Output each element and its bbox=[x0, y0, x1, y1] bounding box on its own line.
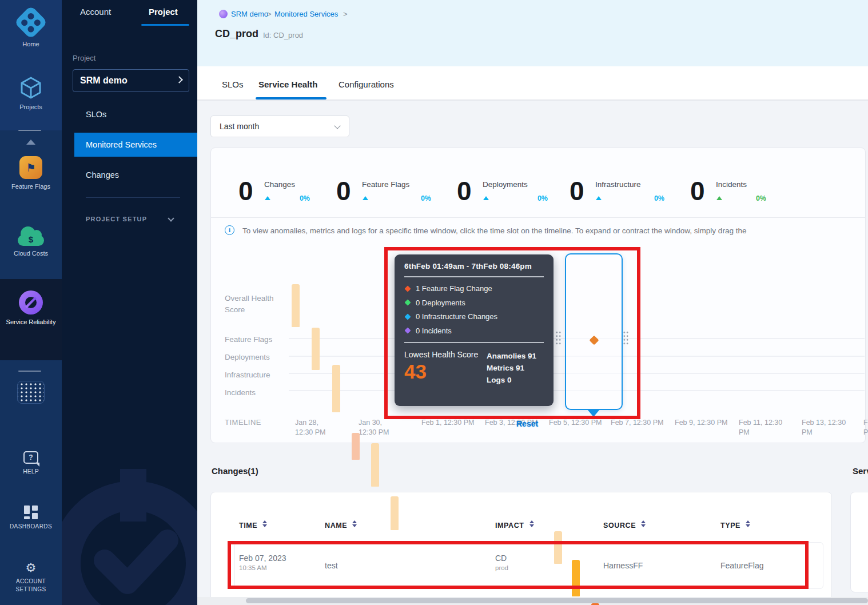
projects-icon bbox=[19, 75, 43, 99]
horizontal-scrollbar[interactable] bbox=[246, 598, 868, 603]
sidebar-item-feature-flags[interactable]: ⚑ Feature Flags bbox=[0, 156, 62, 190]
tab-project[interactable]: Project bbox=[149, 7, 178, 17]
sidebar-item-service-reliability[interactable]: Service Reliability bbox=[0, 290, 62, 326]
stat-label: Incidents bbox=[716, 180, 747, 189]
stat-value: 0 bbox=[457, 177, 472, 205]
health-score-bar[interactable] bbox=[391, 496, 399, 530]
project-selector[interactable]: SRM demo bbox=[73, 69, 189, 92]
watermark-logo bbox=[62, 469, 197, 605]
sort-icon bbox=[262, 520, 267, 527]
timeline-label: TIMELINE bbox=[225, 418, 261, 427]
sidebar-item-projects[interactable]: Projects bbox=[0, 75, 62, 111]
row-label-incidents: Incidents bbox=[225, 387, 256, 399]
info-icon: i bbox=[225, 225, 234, 235]
sort-icon bbox=[529, 520, 534, 527]
timeline-tick: Feb 13, 12:30 PM bbox=[802, 418, 847, 437]
health-score-bar[interactable] bbox=[312, 328, 320, 370]
annotation-box-tooltip bbox=[384, 247, 640, 419]
cloud-costs-icon: $ bbox=[18, 226, 44, 246]
stat-value: 0 bbox=[336, 177, 351, 205]
scroll-up-icon[interactable] bbox=[26, 140, 35, 145]
tab-slos[interactable]: SLOs bbox=[222, 79, 244, 89]
sort-icon bbox=[352, 520, 357, 527]
breadcrumb-monitored-services[interactable]: Monitored Services bbox=[274, 10, 338, 18]
health-score-bar[interactable] bbox=[371, 443, 379, 487]
column-header-impact[interactable]: IMPACT bbox=[495, 520, 534, 530]
timeline-tick: Feb 5, 12:30 PM bbox=[549, 418, 615, 428]
trend-up-icon bbox=[596, 196, 602, 200]
nav-item-changes[interactable]: Changes bbox=[86, 170, 119, 180]
annotation-box-table-row bbox=[228, 541, 809, 589]
row-label-feature-flags: Feature Flags bbox=[225, 334, 272, 345]
sort-icon bbox=[641, 520, 646, 527]
health-score-bar[interactable] bbox=[352, 433, 360, 460]
column-header-source[interactable]: SOURCE bbox=[603, 520, 646, 530]
trend-up-icon bbox=[716, 196, 722, 200]
stat-feature-flags: 0 Feature Flags 0% bbox=[336, 177, 431, 206]
home-icon bbox=[14, 5, 47, 39]
divider bbox=[211, 217, 865, 218]
column-header-time[interactable]: TIME bbox=[239, 520, 267, 530]
stat-incidents: 0 Incidents 0% bbox=[690, 177, 766, 206]
tab-configurations[interactable]: Configurations bbox=[339, 79, 394, 89]
health-score-bar[interactable] bbox=[292, 284, 300, 327]
timeline-tick: Jan 30, 12:30 PM bbox=[359, 418, 399, 437]
health-score-bar[interactable] bbox=[332, 365, 340, 412]
sidebar-item-home[interactable]: Home bbox=[0, 10, 62, 48]
stat-percent: 0% bbox=[756, 194, 766, 202]
tab-service-health[interactable]: Service Health bbox=[258, 79, 317, 89]
sidebar-item-help[interactable]: ? HELP bbox=[0, 451, 62, 475]
service-reliability-icon bbox=[19, 290, 43, 315]
stat-changes: 0 Changes 0% bbox=[238, 177, 310, 206]
breadcrumb-project[interactable]: SRM demo bbox=[231, 10, 268, 18]
nav-item-slos[interactable]: SLOs bbox=[86, 110, 106, 119]
project-setup-toggle[interactable]: PROJECT SETUP bbox=[86, 216, 147, 222]
stat-percent: 0% bbox=[654, 194, 664, 202]
sidebar-item-label: Home bbox=[0, 40, 62, 48]
breadcrumb-separator: > bbox=[343, 10, 348, 18]
timeline-tick: Feb 7, 12:30 PM bbox=[611, 418, 676, 428]
sidebar-item-cloud-costs[interactable]: $ Cloud Costs bbox=[0, 226, 62, 257]
stat-label: Changes bbox=[264, 180, 295, 189]
trend-up-icon bbox=[363, 196, 368, 200]
sidebar-item-account-settings[interactable]: ⚙ ACCOUNT SETTINGS bbox=[0, 562, 62, 594]
nav-item-monitored-services[interactable]: Monitored Services bbox=[74, 133, 197, 157]
reset-button[interactable]: Reset bbox=[516, 419, 538, 428]
timeline-tick: Feb 9, 12:30 PM bbox=[675, 418, 740, 428]
page-title: CD_prod bbox=[215, 28, 258, 40]
chevron-right-icon bbox=[176, 76, 183, 83]
time-range-select[interactable]: Last month bbox=[210, 116, 349, 137]
sidebar-item-label: ACCOUNT SETTINGS bbox=[0, 578, 62, 594]
project-setup-label: PROJECT SETUP bbox=[86, 216, 147, 222]
stat-label: Deployments bbox=[483, 180, 528, 189]
active-tab-underline bbox=[141, 24, 189, 26]
stat-infrastructure: 0 Infrastructure 0% bbox=[570, 177, 664, 206]
column-header-type[interactable]: TYPE bbox=[720, 520, 750, 530]
project-avatar-icon bbox=[219, 10, 228, 18]
sidebar-item-label: Cloud Costs bbox=[0, 249, 62, 257]
service-side-card bbox=[850, 492, 868, 592]
dashboards-icon bbox=[24, 506, 38, 519]
time-range-value: Last month bbox=[220, 122, 259, 131]
timeline-tick: Feb 1, 12:30 PM bbox=[421, 418, 487, 428]
project-name: SRM demo bbox=[80, 75, 128, 85]
feature-flags-icon: ⚑ bbox=[19, 156, 42, 179]
project-nav-panel: Account Project Project SRM demo SLOs Mo… bbox=[62, 0, 197, 605]
page-id-label: Id: CD_prod bbox=[263, 31, 303, 39]
stat-deployments: 0 Deployments 0% bbox=[457, 177, 548, 206]
service-panel-title: Serv bbox=[853, 466, 868, 476]
column-header-name[interactable]: NAME bbox=[325, 520, 357, 530]
trend-up-icon bbox=[265, 196, 270, 200]
sidebar-item-label: HELP bbox=[0, 467, 62, 475]
sort-icon bbox=[746, 520, 750, 527]
module-switcher-button[interactable] bbox=[0, 381, 62, 404]
sidebar-item-dashboards[interactable]: DASHBOARDS bbox=[0, 506, 62, 531]
grid-icon bbox=[17, 381, 45, 404]
app-window: Home Projects ⚑ Feature Flags $ Cloud Co… bbox=[0, 0, 868, 605]
sidebar-item-label: Feature Flags bbox=[0, 182, 62, 190]
stat-percent: 0% bbox=[421, 194, 431, 202]
row-label-infrastructure: Infrastructure bbox=[225, 369, 270, 381]
stat-value: 0 bbox=[570, 177, 584, 205]
tab-account[interactable]: Account bbox=[80, 7, 111, 17]
help-icon: ? bbox=[23, 451, 38, 464]
